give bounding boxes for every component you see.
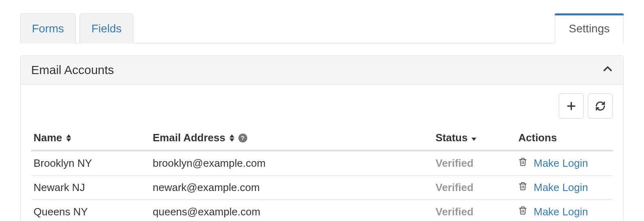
refresh-icon bbox=[595, 101, 606, 111]
column-label: Actions bbox=[518, 132, 557, 144]
caret-down-icon bbox=[471, 132, 477, 144]
panel-body: Name Email Address bbox=[21, 85, 623, 221]
column-label: Status bbox=[436, 132, 467, 144]
svg-marker-3 bbox=[66, 138, 71, 142]
tab-fields[interactable]: Fields bbox=[80, 13, 133, 43]
cell-status: Verified bbox=[433, 151, 516, 176]
column-label: Email Address bbox=[153, 132, 225, 144]
tab-forms[interactable]: Forms bbox=[20, 13, 76, 43]
cell-name: Queens NY bbox=[31, 200, 150, 221]
cell-name: Brooklyn NY bbox=[31, 151, 150, 176]
svg-marker-5 bbox=[229, 138, 234, 142]
svg-marker-4 bbox=[229, 134, 234, 138]
make-login-link[interactable]: Make Login bbox=[534, 157, 588, 170]
svg-marker-2 bbox=[66, 134, 71, 138]
table-row: Newark NJnewark@example.comVerifiedMake … bbox=[31, 176, 613, 200]
cell-name: Newark NJ bbox=[31, 176, 150, 200]
cell-actions: Make Login bbox=[516, 176, 613, 200]
panel-title: Email Accounts bbox=[31, 63, 114, 77]
table-row: Queens NYqueens@example.comVerifiedMake … bbox=[31, 200, 613, 221]
cell-email: queens@example.com bbox=[150, 200, 433, 221]
cell-email: newark@example.com bbox=[150, 176, 433, 200]
column-label: Name bbox=[34, 132, 62, 144]
status-badge: Verified bbox=[436, 206, 474, 218]
make-login-link[interactable]: Make Login bbox=[534, 206, 588, 218]
svg-marker-6 bbox=[471, 138, 476, 141]
help-icon[interactable]: ? bbox=[238, 134, 247, 142]
column-header-actions: Actions bbox=[516, 128, 613, 151]
status-badge: Verified bbox=[436, 157, 474, 169]
chevron-up-icon bbox=[602, 64, 613, 76]
add-button[interactable] bbox=[559, 94, 584, 119]
status-badge: Verified bbox=[436, 181, 474, 193]
trash-icon[interactable] bbox=[518, 157, 527, 170]
cell-status: Verified bbox=[433, 200, 516, 221]
table-row: Brooklyn NYbrooklyn@example.comVerifiedM… bbox=[31, 151, 613, 176]
cell-actions: Make Login bbox=[516, 200, 613, 221]
cell-status: Verified bbox=[433, 176, 516, 200]
make-login-link[interactable]: Make Login bbox=[534, 181, 588, 194]
email-accounts-panel: Email Accounts bbox=[20, 55, 624, 221]
column-header-name[interactable]: Name bbox=[31, 128, 150, 151]
trash-icon[interactable] bbox=[518, 206, 527, 218]
sort-icon bbox=[65, 134, 72, 142]
tab-bar: Forms Fields Settings bbox=[20, 9, 624, 43]
plus-icon bbox=[566, 101, 577, 111]
trash-icon[interactable] bbox=[518, 181, 527, 194]
cell-actions: Make Login bbox=[516, 151, 613, 176]
panel-header[interactable]: Email Accounts bbox=[21, 56, 623, 85]
cell-email: brooklyn@example.com bbox=[150, 151, 433, 176]
column-header-email[interactable]: Email Address ? bbox=[150, 128, 433, 151]
panel-toolbar bbox=[31, 94, 613, 119]
column-header-status[interactable]: Status bbox=[433, 128, 516, 151]
tab-settings[interactable]: Settings bbox=[555, 13, 624, 43]
refresh-button[interactable] bbox=[588, 94, 613, 119]
sort-icon bbox=[229, 134, 235, 142]
email-accounts-table: Name Email Address bbox=[31, 128, 613, 221]
